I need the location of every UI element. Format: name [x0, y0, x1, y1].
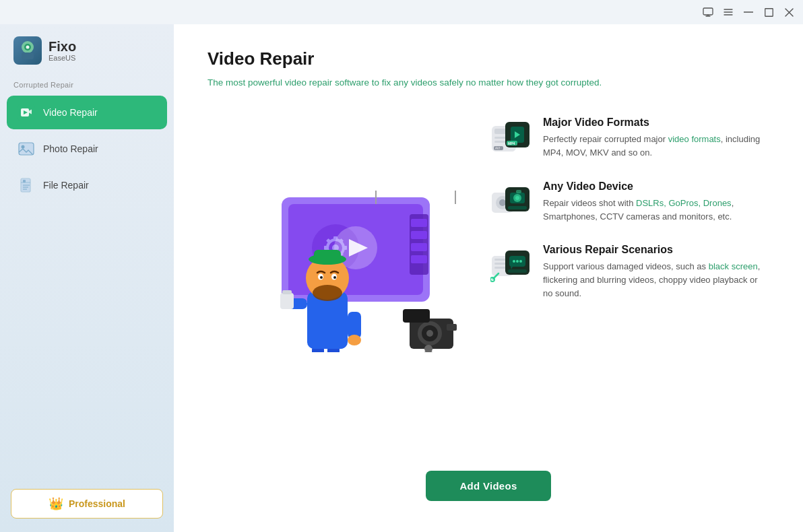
feature-link-devices: DSLRs, GoPros, Drones: [636, 198, 732, 208]
add-videos-button[interactable]: Add Videos: [426, 471, 550, 501]
app-brand: EaseUS: [49, 54, 76, 62]
section-label: Corrupted Repair: [0, 81, 174, 94]
svg-point-106: [516, 260, 519, 263]
svg-rect-7: [22, 53, 34, 59]
svg-point-96: [515, 196, 519, 200]
feature-title-any-device: Any Video Device: [543, 180, 769, 193]
menu-icon[interactable]: [722, 6, 734, 18]
svg-rect-48: [282, 290, 292, 294]
svg-point-111: [490, 277, 494, 281]
svg-rect-38: [411, 243, 427, 251]
illustration: [207, 110, 463, 352]
content-area: MP4 AVI Major Video Formats Perfectly re…: [207, 110, 769, 451]
video-repair-icon: [18, 104, 35, 121]
sidebar-item-photo-repair-label: Photo Repair: [43, 143, 98, 154]
svg-point-57: [320, 276, 323, 279]
feature-link-formats: video formats: [668, 134, 721, 144]
svg-text:MP4: MP4: [508, 141, 515, 145]
sidebar-bottom: 👑 Professional: [0, 475, 174, 532]
feature-item-major-formats: MP4 AVI Major Video Formats Perfectly re…: [490, 117, 769, 160]
feature-item-repair-scenarios: Various Repair Scenarios Support various…: [490, 244, 769, 300]
feature-icon-major-formats: MP4 AVI: [490, 117, 531, 157]
main-content: Video Repair The most powerful video rep…: [174, 24, 803, 532]
monitor-icon[interactable]: [702, 6, 714, 18]
sidebar: Fixo EaseUS Corrupted Repair Video Repai…: [0, 24, 174, 532]
page-subtitle: The most powerful video repair software …: [207, 76, 769, 90]
svg-rect-109: [508, 269, 527, 273]
svg-rect-37: [411, 231, 427, 239]
svg-text:AVI: AVI: [495, 147, 500, 150]
feature-title-repair-scenarios: Various Repair Scenarios: [543, 244, 769, 256]
subtitle-text: The most powerful video repair software …: [207, 77, 602, 88]
maximize-icon[interactable]: [763, 6, 775, 18]
svg-point-62: [426, 330, 433, 337]
feature-text-any-device: Any Video Device Repair videos shot with…: [543, 180, 769, 224]
svg-rect-47: [280, 293, 294, 309]
feature-icon-any-device: [490, 180, 531, 221]
svg-point-58: [333, 276, 336, 279]
crown-icon: 👑: [49, 496, 63, 511]
feature-link-scenarios: black screen: [709, 261, 758, 271]
sidebar-item-video-repair-label: Video Repair: [43, 107, 98, 118]
page-title: Video Repair: [207, 48, 769, 69]
feature-desc-repair-scenarios: Support various damaged videos, such as …: [543, 260, 769, 300]
svg-point-105: [513, 260, 515, 263]
pro-button-label: Professional: [69, 498, 125, 509]
svg-rect-97: [516, 190, 521, 193]
svg-rect-2: [765, 8, 773, 16]
svg-point-9: [26, 46, 30, 49]
svg-rect-27: [324, 246, 328, 250]
app-logo: [13, 36, 42, 65]
file-repair-icon: [18, 176, 35, 194]
feature-text-repair-scenarios: Various Repair Scenarios Support various…: [543, 244, 769, 300]
sidebar-item-file-repair-label: File Repair: [43, 180, 89, 191]
sidebar-item-photo-repair[interactable]: Photo Repair: [7, 132, 167, 166]
sidebar-item-file-repair[interactable]: File Repair: [7, 168, 167, 202]
app-name: Fixo: [49, 39, 76, 54]
logo-text: Fixo EaseUS: [49, 39, 76, 62]
svg-rect-98: [508, 206, 527, 209]
logo-area: Fixo EaseUS: [0, 24, 174, 81]
svg-rect-16: [23, 180, 26, 182]
close-icon[interactable]: [783, 6, 795, 18]
svg-rect-82: [494, 141, 507, 143]
photo-repair-icon: [18, 140, 35, 158]
svg-point-92: [499, 199, 506, 206]
svg-rect-64: [447, 324, 457, 331]
add-videos-section: Add Videos: [207, 471, 769, 508]
svg-rect-63: [403, 309, 430, 323]
minimize-icon[interactable]: [742, 6, 754, 18]
svg-point-107: [519, 260, 522, 263]
svg-rect-0: [703, 8, 713, 15]
feature-item-any-device: Any Video Device Repair videos shot with…: [490, 180, 769, 224]
svg-rect-53: [314, 250, 341, 263]
svg-point-54: [313, 285, 342, 301]
svg-point-14: [22, 145, 25, 149]
feature-desc-major-formats: Perfectly repair corrupted major video f…: [543, 133, 769, 160]
titlebar: [0, 0, 803, 24]
feature-text-major-formats: Major Video Formats Perfectly repair cor…: [543, 117, 769, 160]
svg-rect-39: [411, 255, 427, 263]
svg-point-50: [348, 335, 361, 345]
svg-rect-101: [494, 263, 507, 265]
svg-rect-36: [411, 219, 427, 227]
feature-title-major-formats: Major Video Formats: [543, 117, 769, 129]
pro-button[interactable]: 👑 Professional: [11, 489, 163, 519]
features-list: MP4 AVI Major Video Formats Perfectly re…: [490, 110, 769, 300]
feature-icon-repair-scenarios: [490, 244, 531, 284]
feature-desc-any-device: Repair videos shot with DSLRs, GoPros, D…: [543, 197, 769, 224]
sidebar-item-video-repair[interactable]: Video Repair: [7, 96, 167, 129]
